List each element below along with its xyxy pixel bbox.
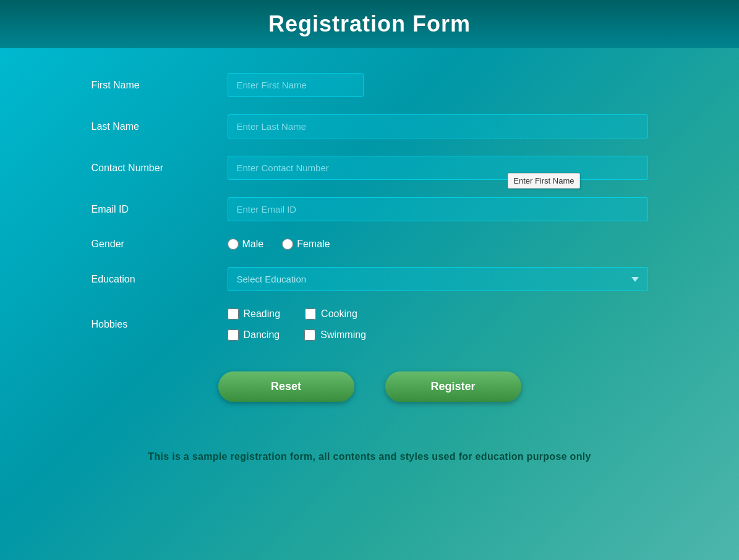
gender-row: Gender Male Female (92, 239, 648, 250)
first-name-tooltip: Enter First Name (508, 173, 579, 189)
education-label: Education (92, 274, 228, 285)
hobby-cooking-checkbox[interactable] (305, 308, 316, 320)
hobby-dancing-checkbox[interactable] (228, 329, 239, 341)
gender-male-radio[interactable] (228, 239, 239, 250)
email-label: Email ID (92, 204, 228, 215)
email-row: Email ID (92, 197, 648, 221)
education-row: Education Select Education High School B… (92, 267, 648, 291)
hobbies-group: Reading Cooking Dancing Swimming (228, 308, 367, 341)
hobbies-row-1: Reading Cooking (228, 308, 367, 320)
hobby-swimming-option[interactable]: Swimming (304, 329, 366, 341)
gender-female-label: Female (297, 239, 330, 250)
first-name-wrapper: Enter First Name (228, 73, 648, 97)
education-select[interactable]: Select Education High School Bachelor's … (228, 267, 648, 291)
page-header: Registration Form (0, 0, 739, 48)
register-button[interactable]: Register (385, 371, 521, 402)
hobby-cooking-label: Cooking (321, 308, 357, 320)
hobby-dancing-label: Dancing (244, 329, 280, 341)
hobby-swimming-label: Swimming (320, 329, 366, 341)
hobby-reading-option[interactable]: Reading (228, 308, 281, 320)
hobby-cooking-option[interactable]: Cooking (305, 308, 357, 320)
footer-note: This is a sample registration form, all … (0, 439, 739, 475)
hobby-dancing-option[interactable]: Dancing (228, 329, 280, 341)
reset-button[interactable]: Reset (218, 371, 354, 402)
contact-input[interactable] (228, 156, 648, 180)
gender-male-label: Male (242, 239, 264, 250)
first-name-row: First Name Enter First Name (92, 73, 648, 97)
form-container: First Name Enter First Name Last Name Co… (67, 73, 673, 341)
page-title: Registration Form (0, 11, 739, 37)
hobbies-row-2: Dancing Swimming (228, 329, 367, 341)
gender-group: Male Female (228, 239, 330, 250)
gender-label: Gender (92, 239, 228, 250)
gender-female-radio[interactable] (282, 239, 293, 250)
hobby-reading-checkbox[interactable] (228, 308, 239, 320)
hobbies-label: Hobbies (92, 319, 228, 330)
hobbies-row: Hobbies Reading Cooking Dancing (92, 308, 648, 341)
gender-female-option[interactable]: Female (282, 239, 330, 250)
last-name-label: Last Name (92, 121, 228, 132)
last-name-row: Last Name (92, 114, 648, 138)
first-name-label: First Name (92, 80, 228, 91)
first-name-input[interactable] (228, 73, 364, 97)
email-input[interactable] (228, 197, 648, 221)
last-name-input[interactable] (228, 114, 648, 138)
hobby-reading-label: Reading (244, 308, 281, 320)
contact-label: Contact Number (92, 163, 228, 174)
hobby-swimming-checkbox[interactable] (304, 329, 315, 341)
gender-male-option[interactable]: Male (228, 239, 264, 250)
buttons-row: Reset Register (0, 371, 739, 402)
